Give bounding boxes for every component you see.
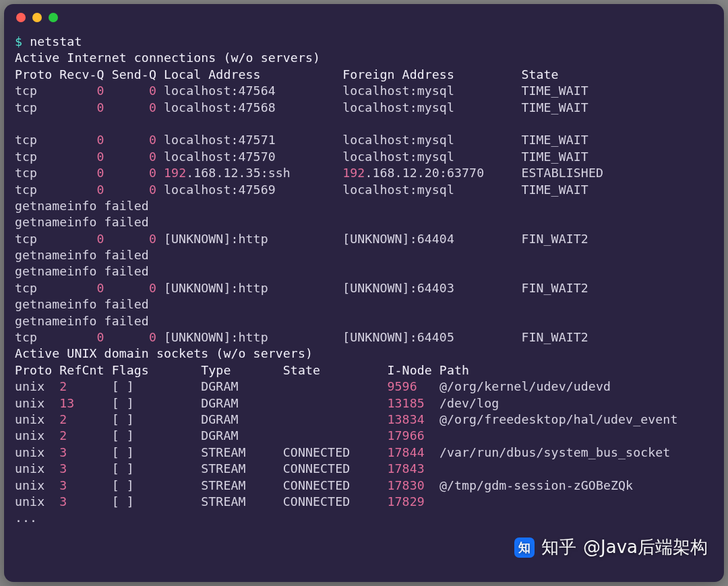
unix-row: unix 3 [ ] STREAM CONNECTED 17844 /var/r… <box>15 445 713 461</box>
internet-row: tcp 0 0 [UNKNOWN]:http [UNKNOWN]:64405 F… <box>15 329 713 346</box>
internet-row: tcp 0 0 [UNKNOWN]:http [UNKNOWN]:64403 F… <box>15 280 713 296</box>
unix-row: unix 3 [ ] STREAM CONNECTED 17830 @/tmp/… <box>15 478 713 494</box>
minimize-icon[interactable] <box>32 13 42 22</box>
internet-row: tcp 0 0 192.168.12.35:ssh 192.168.12.20:… <box>15 165 713 181</box>
zhihu-icon: 知 <box>514 538 535 558</box>
internet-row: tcp 0 0 localhost:47570 localhost:mysql … <box>15 149 713 165</box>
window-titlebar <box>4 4 724 31</box>
maximize-icon[interactable] <box>49 13 58 22</box>
terminal-output: $ netstatActive Internet connections (w/… <box>4 31 724 527</box>
terminal-window: $ netstatActive Internet connections (w/… <box>4 4 724 582</box>
internet-row: tcp 0 0 localhost:47569 localhost:mysql … <box>15 182 713 198</box>
watermark-prefix: 知乎 <box>541 535 576 559</box>
unix-row: unix 13 [ ] DGRAM 13185 /dev/log <box>15 395 713 412</box>
internet-row: tcp 0 0 localhost:47568 localhost:mysql … <box>15 100 713 116</box>
internet-row: tcp 0 0 localhost:47564 localhost:mysql … <box>15 83 713 99</box>
watermark-handle: @Java后端架构 <box>583 535 708 559</box>
unix-row: unix 2 [ ] DGRAM 13834 @/org/freedesktop… <box>15 412 713 428</box>
watermark: 知 知乎 @Java后端架构 <box>514 535 708 559</box>
unix-row: unix 2 [ ] DGRAM 17966 <box>15 428 713 444</box>
internet-row: tcp 0 0 localhost:47571 localhost:mysql … <box>15 132 713 148</box>
internet-row: tcp 0 0 [UNKNOWN]:http [UNKNOWN]:64404 F… <box>15 231 713 247</box>
close-icon[interactable] <box>16 13 26 22</box>
unix-row: unix 3 [ ] STREAM CONNECTED 17829 <box>15 494 713 510</box>
unix-row: unix 2 [ ] DGRAM 9596 @/org/kernel/udev/… <box>15 379 713 395</box>
unix-row: unix 3 [ ] STREAM CONNECTED 17843 <box>15 461 713 477</box>
